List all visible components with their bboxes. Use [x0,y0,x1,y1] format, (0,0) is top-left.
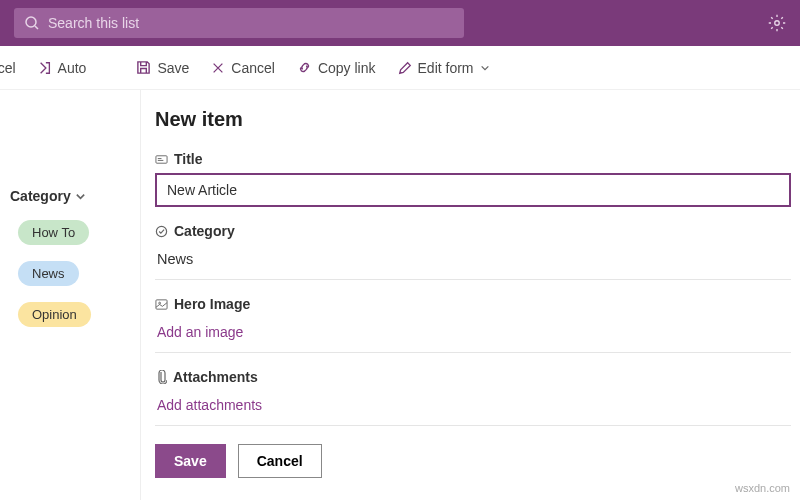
category-column-header[interactable]: Category [0,180,140,212]
gear-icon[interactable] [768,14,786,32]
chevron-down-icon [480,63,490,73]
svg-point-0 [26,17,36,27]
chevron-down-icon [75,191,86,202]
edit-form-button[interactable]: Edit form [388,54,500,82]
pencil-icon [398,61,412,75]
hero-image-field: Hero Image Add an image [155,296,800,353]
svg-point-2 [775,21,780,26]
attachment-icon [155,370,167,384]
search-box[interactable] [14,8,464,38]
category-field: Category News [155,223,800,280]
panel-heading: New item [155,108,800,131]
export-label: t to Excel [0,60,16,76]
save-label: Save [157,60,189,76]
title-input[interactable] [155,173,791,207]
choice-icon [155,225,168,238]
divider [155,279,791,280]
sidebar: Category How To News Opinion [0,90,140,500]
link-icon [297,60,312,75]
editform-label: Edit form [418,60,474,76]
category-pill-news[interactable]: News [18,261,79,286]
main-area: Category How To News Opinion New item Ti… [0,90,800,500]
automate-button[interactable]: Auto [28,54,97,82]
command-bar: t to Excel Auto Save Cancel Copy link Ed… [0,46,800,90]
watermark: wsxdn.com [735,482,790,494]
save-button[interactable]: Save [126,54,199,82]
image-icon [155,298,168,311]
svg-rect-3 [156,155,167,162]
category-value[interactable]: News [155,245,791,273]
category-pill-opinion[interactable]: Opinion [18,302,91,327]
cancel-button[interactable]: Cancel [201,54,285,82]
category-label: Category [174,223,235,239]
hero-label: Hero Image [174,296,250,312]
category-header-label: Category [10,188,71,204]
attach-label: Attachments [173,369,258,385]
cancel-label: Cancel [231,60,275,76]
divider [155,352,791,353]
cancel-secondary-button[interactable]: Cancel [238,444,322,478]
flow-icon [38,61,52,75]
text-field-icon [155,153,168,166]
copylink-label: Copy link [318,60,376,76]
search-input[interactable] [48,15,454,31]
svg-line-1 [35,26,38,29]
new-item-panel: New item Title Category News Hero Image … [140,90,800,500]
category-pill-howto[interactable]: How To [18,220,89,245]
add-image-link[interactable]: Add an image [155,318,800,346]
button-row: Save Cancel [155,444,800,478]
copy-link-button[interactable]: Copy link [287,54,386,82]
add-attachments-link[interactable]: Add attachments [155,391,800,419]
title-label: Title [174,151,203,167]
save-primary-button[interactable]: Save [155,444,226,478]
automate-label: Auto [58,60,87,76]
svg-point-6 [159,302,161,304]
svg-point-4 [156,226,166,236]
attachments-field: Attachments Add attachments [155,369,800,426]
divider [155,425,791,426]
top-bar [0,0,800,46]
save-icon [136,60,151,75]
search-icon [24,15,40,31]
export-excel-button[interactable]: t to Excel [0,54,26,82]
title-field: Title [155,151,800,207]
close-icon [211,61,225,75]
